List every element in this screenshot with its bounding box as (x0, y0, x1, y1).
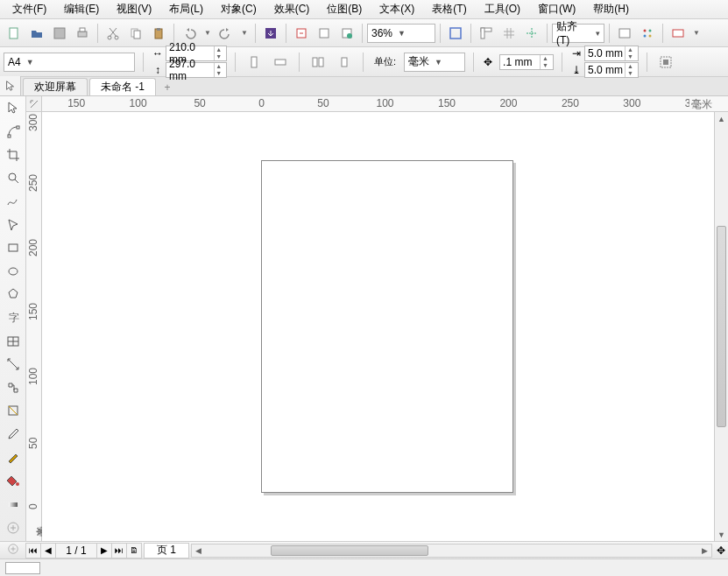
freehand-tool[interactable] (3, 192, 24, 212)
spin-up-icon[interactable]: ▲ (625, 63, 635, 70)
tab-welcome[interactable]: 欢迎屏幕 (23, 78, 88, 95)
export-button[interactable] (291, 23, 312, 44)
menu-text[interactable]: 文本(X) (371, 0, 423, 19)
ruler-vertical[interactable]: 300 250 200 150 100 50 0 毫米 (26, 112, 42, 541)
cut-button[interactable] (102, 23, 124, 44)
spin-up-icon[interactable]: ▲ (540, 55, 550, 62)
scroll-thumb[interactable] (717, 226, 726, 427)
menu-edit[interactable]: 编辑(E) (55, 0, 108, 19)
eyedropper-tool[interactable] (3, 425, 24, 445)
ruler-horizontal[interactable]: 150 100 50 0 50 100 150 200 250 300 350 … (26, 96, 728, 112)
menu-view[interactable]: 视图(V) (108, 0, 160, 19)
shape-tool[interactable] (3, 122, 24, 142)
horizontal-scrollbar[interactable]: ◀ ▶ (191, 544, 712, 558)
menu-bitmap[interactable]: 位图(B) (318, 0, 371, 19)
menu-tools[interactable]: 工具(O) (476, 0, 529, 19)
welcome-button[interactable] (668, 23, 689, 44)
snap-combo[interactable]: 贴齐(T)▾ (552, 24, 604, 43)
print-button[interactable] (72, 23, 93, 44)
scroll-left-icon[interactable]: ◀ (192, 544, 205, 557)
zoom-tool[interactable] (3, 168, 24, 188)
menu-layout[interactable]: 布局(L) (160, 0, 212, 19)
pick-tool[interactable] (3, 98, 24, 118)
publish2-button[interactable] (336, 23, 357, 44)
dimension-tool[interactable] (3, 355, 24, 375)
spin-down-icon[interactable]: ▼ (625, 70, 635, 77)
crop-tool[interactable] (3, 144, 24, 165)
undo-dropdown-icon[interactable]: ▼ (201, 27, 214, 39)
scroll-thumb[interactable] (271, 545, 428, 556)
interactive-tool[interactable] (3, 401, 24, 421)
spin-down-icon[interactable]: ▼ (625, 53, 635, 60)
units-combo[interactable]: 毫米▼ (404, 53, 465, 72)
spin-up-icon[interactable]: ▲ (214, 46, 223, 53)
canvas[interactable] (42, 112, 714, 541)
fill-tool[interactable] (3, 471, 24, 491)
spin-down-icon[interactable]: ▼ (540, 62, 550, 69)
menu-object[interactable]: 对象(C) (212, 0, 265, 19)
publish-button[interactable] (314, 23, 335, 44)
spin-up-icon[interactable]: ▲ (625, 46, 635, 53)
next-page-button[interactable]: ▶ (96, 543, 112, 558)
fullscreen-button[interactable] (445, 23, 466, 44)
spin-down-icon[interactable]: ▼ (214, 53, 223, 60)
all-pages-button[interactable] (307, 52, 329, 73)
polygon-tool[interactable] (3, 284, 24, 305)
table-tool[interactable] (3, 331, 24, 351)
scroll-right-icon[interactable]: ▶ (698, 544, 711, 557)
fill-swatch[interactable] (5, 562, 40, 574)
add-page-button[interactable] (0, 543, 26, 558)
last-page-button[interactable]: ⏭ (111, 543, 127, 558)
connector-tool[interactable] (3, 378, 24, 398)
import-button[interactable] (260, 23, 281, 44)
spin-up-icon[interactable]: ▲ (214, 63, 223, 70)
treat-as-filled-button[interactable] (655, 52, 676, 73)
zoom-combo[interactable]: 36%▼ (367, 24, 435, 43)
outline-tool[interactable] (3, 447, 24, 467)
smart-fill-tool[interactable] (3, 214, 24, 235)
scroll-down-icon[interactable]: ▼ (715, 528, 728, 541)
welcome-dropdown-icon[interactable]: ▼ (690, 27, 703, 39)
prev-page-button[interactable]: ◀ (40, 543, 56, 558)
add-page-after-button[interactable]: 🗎 (126, 543, 142, 558)
interactive-fill-tool[interactable] (3, 495, 24, 515)
ruler-corner[interactable] (26, 96, 42, 112)
portrait-button[interactable] (244, 52, 265, 73)
page-tab[interactable]: 页 1 (144, 543, 189, 558)
open-button[interactable] (26, 23, 47, 44)
new-button[interactable] (4, 23, 25, 44)
show-rulers-button[interactable] (476, 23, 497, 44)
paste-button[interactable] (148, 23, 169, 44)
redo-button[interactable] (216, 23, 237, 44)
redo-dropdown-icon[interactable]: ▼ (238, 27, 251, 39)
show-grid-button[interactable] (498, 23, 519, 44)
dup-x-input[interactable]: 5.0 mm▲▼ (584, 46, 639, 61)
page-size-combo[interactable]: A4▼ (4, 53, 135, 72)
rectangle-tool[interactable] (3, 238, 24, 258)
app-launcher-button[interactable] (637, 23, 658, 44)
save-button[interactable] (49, 23, 70, 44)
menu-help[interactable]: 帮助(H) (584, 0, 638, 19)
quick-customize-button[interactable] (3, 517, 24, 537)
dup-y-input[interactable]: 5.0 mm▲▼ (584, 62, 639, 78)
copy-button[interactable] (125, 23, 146, 44)
undo-button[interactable] (179, 23, 200, 44)
show-guides-button[interactable] (521, 23, 542, 44)
pick-tool-tab[interactable] (0, 76, 21, 95)
spin-down-icon[interactable]: ▼ (214, 70, 223, 77)
tab-document[interactable]: 未命名 -1 (89, 78, 156, 95)
ellipse-tool[interactable] (3, 261, 24, 281)
page-height-input[interactable]: 297.0 mm▲▼ (166, 62, 227, 78)
current-page-button[interactable] (334, 52, 355, 73)
landscape-button[interactable] (270, 52, 291, 73)
scroll-up-icon[interactable]: ▲ (715, 112, 728, 125)
menu-file[interactable]: 文件(F) (4, 0, 55, 19)
menu-effects[interactable]: 效果(C) (265, 0, 319, 19)
pan-button[interactable]: ✥ (714, 544, 728, 557)
options-button[interactable] (614, 23, 635, 44)
menu-window[interactable]: 窗口(W) (529, 0, 584, 19)
first-page-button[interactable]: ⏮ (25, 543, 41, 558)
nudge-input[interactable]: .1 mm▲▼ (499, 54, 554, 70)
menu-table[interactable]: 表格(T) (423, 0, 475, 19)
vertical-scrollbar[interactable]: ▲ ▼ (714, 112, 728, 541)
